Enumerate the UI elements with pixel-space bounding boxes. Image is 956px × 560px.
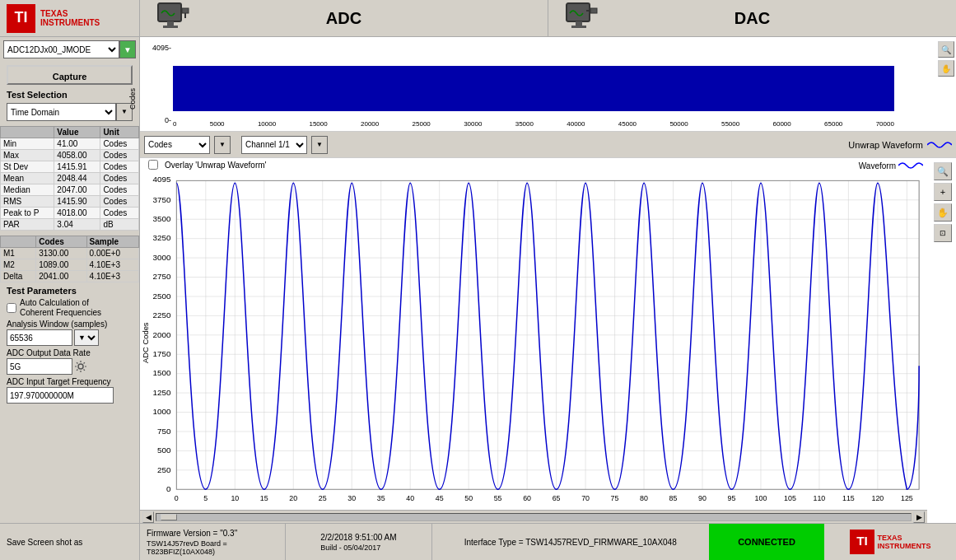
svg-rect-9 xyxy=(571,26,586,28)
logo-line2: INSTRUMENTS xyxy=(40,18,100,27)
auto-calc-checkbox[interactable] xyxy=(7,303,16,313)
mini-y-bottom: 0- xyxy=(142,116,171,124)
adc-output-rate-input[interactable] xyxy=(7,358,72,375)
stats-unit-cell: Codes xyxy=(100,138,139,150)
chart-zoom-icon[interactable]: 🔍 xyxy=(934,162,952,180)
svg-text:120: 120 xyxy=(871,495,884,503)
svg-text:95: 95 xyxy=(728,495,736,503)
status-bar: Save Screen shot as Firmware Version = "… xyxy=(0,523,956,560)
marker-codes-cell: 3130.00 xyxy=(36,248,86,259)
svg-rect-8 xyxy=(576,21,582,26)
main-chart-svg: 4095 3750 3500 3250 3000 2750 2500 2250 … xyxy=(140,173,927,505)
channel-dropdown-arrow[interactable]: ▼ xyxy=(311,136,328,154)
auto-calc-label: Auto Calculation ofCoherent Frequencies xyxy=(20,298,101,318)
main-chart-area: Overlay 'Unwrap Waveform' Waveform 🔍 + ✋… xyxy=(140,158,956,523)
mini-zoom-icon[interactable]: 🔍 xyxy=(938,41,954,58)
svg-text:1500: 1500 xyxy=(153,369,171,378)
adc-tab[interactable]: ADC xyxy=(140,0,548,36)
stats-row: PAR3.04dB xyxy=(1,219,139,231)
scroll-right-btn[interactable]: ▶ xyxy=(913,511,925,523)
svg-rect-4 xyxy=(163,26,178,28)
mini-chart-yaxis: 4095- Codes 0- xyxy=(140,37,173,131)
svg-text:125: 125 xyxy=(901,495,913,503)
chart-hand-icon[interactable]: ✋ xyxy=(934,203,952,222)
scroll-thumb[interactable] xyxy=(161,514,177,520)
svg-text:20: 20 xyxy=(289,495,297,503)
unwrap-waveform-label: Unwrap Waveform xyxy=(848,140,923,150)
gear-icon[interactable] xyxy=(74,360,87,373)
marker-sample-cell: 0.00E+0 xyxy=(86,248,138,259)
markers-table: Codes Sample M13130.000.00E+0M21089.004.… xyxy=(0,236,139,282)
stats-row: RMS1415.90Codes xyxy=(1,196,139,208)
mini-chart-area: 4095- Codes 0- 0500010000150002000025000… xyxy=(140,37,956,132)
domain-dropdown[interactable]: Time Domain xyxy=(7,103,116,121)
dac-tab[interactable]: DAC xyxy=(548,0,956,36)
svg-text:1250: 1250 xyxy=(153,388,171,397)
svg-text:250: 250 xyxy=(157,465,170,474)
analysis-window-input[interactable] xyxy=(7,329,72,346)
markers-col-sample: Sample xyxy=(86,236,138,248)
adc-input-freq-input[interactable] xyxy=(7,387,114,404)
marker-name-cell: Delta xyxy=(1,271,36,282)
capture-button[interactable]: Capture xyxy=(7,65,133,85)
unwrap-waveform-icon xyxy=(927,139,952,151)
stats-unit-cell: Codes xyxy=(100,196,139,208)
y-axis-dropdown[interactable]: Codes xyxy=(144,136,210,154)
waveform-label-area: Waveform xyxy=(859,160,923,171)
stats-unit-cell: Codes xyxy=(100,184,139,196)
dac-monitor-icon xyxy=(565,2,598,35)
svg-rect-5 xyxy=(182,8,189,13)
stats-value-cell: 2048.44 xyxy=(54,173,100,184)
right-panel: 4095- Codes 0- 0500010000150002000025000… xyxy=(140,37,956,523)
scroll-track[interactable] xyxy=(156,513,912,521)
markers-col-name xyxy=(1,236,36,248)
stats-value-cell: 2047.00 xyxy=(54,184,100,196)
svg-text:40: 40 xyxy=(406,495,414,503)
stats-name-cell: Median xyxy=(1,184,54,196)
y-axis-dropdown-arrow[interactable]: ▼ xyxy=(214,136,231,154)
stats-name-cell: Max xyxy=(1,150,54,161)
chart-overlay-controls: Overlay 'Unwrap Waveform' xyxy=(148,160,266,170)
left-panel: ADC12DJx00_JMODE ▼ Capture Test Selectio… xyxy=(0,37,140,523)
device-dropdown[interactable]: ADC12DJx00_JMODE xyxy=(3,40,119,58)
mini-hand-icon[interactable]: ✋ xyxy=(938,60,954,77)
svg-text:TI: TI xyxy=(15,9,28,26)
stats-row: Mean2048.44Codes xyxy=(1,173,139,184)
logo-line1: TEXAS xyxy=(40,9,100,18)
stats-name-cell: Mean xyxy=(1,173,54,184)
markers-row: Delta2041.004.10E+3 xyxy=(1,271,139,282)
stats-unit-cell: Codes xyxy=(100,150,139,161)
channel-dropdown[interactable]: Channel 1/1 xyxy=(241,136,307,154)
stats-name-cell: RMS xyxy=(1,196,54,208)
stats-value-cell: 41.00 xyxy=(54,138,100,150)
stats-col-unit: Unit xyxy=(100,127,139,138)
overlay-checkbox[interactable] xyxy=(148,160,158,170)
chart-toolbar-right: 🔍 + ✋ ⊡ xyxy=(934,162,952,242)
save-screenshot-btn[interactable]: Save Screen shot as xyxy=(0,524,140,560)
stats-value-cell: 3.04 xyxy=(54,219,100,231)
interface-label: Interface Type = TSW14J57REVD_FIRMWARE_1… xyxy=(464,538,677,547)
stats-value-cell: 4018.00 xyxy=(54,208,100,219)
auto-calc-row: Auto Calculation ofCoherent Frequencies xyxy=(7,298,133,318)
svg-text:35: 35 xyxy=(377,495,385,503)
marker-name-cell: M2 xyxy=(1,259,36,271)
markers-row: M21089.004.10E+3 xyxy=(1,259,139,271)
stats-row: Max4058.00Codes xyxy=(1,150,139,161)
chart-plus-icon[interactable]: + xyxy=(934,183,952,201)
svg-text:90: 90 xyxy=(698,495,707,503)
device-arrow-btn[interactable]: ▼ xyxy=(119,40,136,58)
svg-text:1750: 1750 xyxy=(153,349,171,358)
svg-text:2750: 2750 xyxy=(153,273,171,282)
scroll-left-btn[interactable]: ◀ xyxy=(142,511,154,523)
mini-y-label: Codes xyxy=(128,88,137,110)
datetime-label: 2/2/2018 9:51:00 AM xyxy=(320,533,396,542)
chart-fit-icon[interactable]: ⊡ xyxy=(934,224,952,242)
adc-output-rate-row xyxy=(7,358,133,375)
chart-scrollbar: ◀ ▶ xyxy=(140,510,927,523)
mini-y-top: 4095- xyxy=(142,44,171,52)
domain-select-row: Time Domain ▼ xyxy=(7,103,133,121)
svg-text:2500: 2500 xyxy=(153,292,171,301)
analysis-window-dropdown[interactable]: ▼ xyxy=(74,329,99,346)
stats-col-name xyxy=(1,127,54,138)
svg-text:4095: 4095 xyxy=(153,175,171,184)
